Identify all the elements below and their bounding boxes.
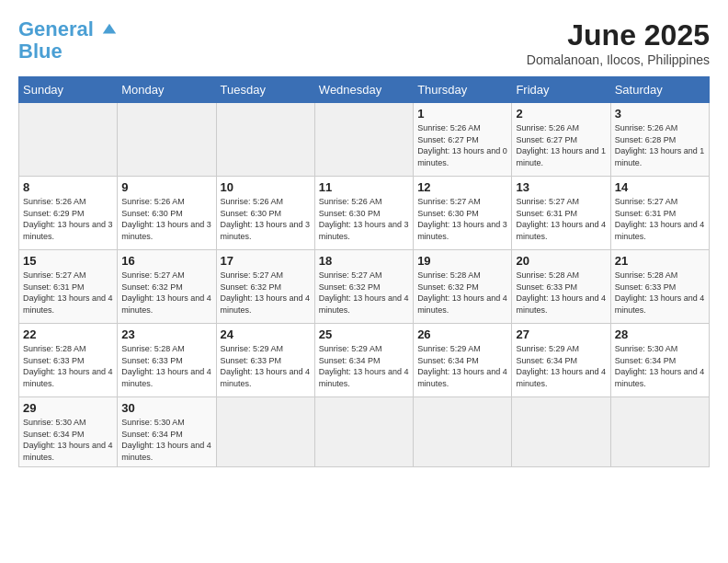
calendar-week-row: 1 Sunrise: 5:26 AM Sunset: 6:27 PM Dayli… <box>19 103 710 177</box>
month-title: June 2025 <box>527 18 710 52</box>
calendar-cell: 24 Sunrise: 5:29 AM Sunset: 6:33 PM Dayl… <box>216 324 314 397</box>
weekday-header-monday: Monday <box>118 77 216 103</box>
day-info: Sunrise: 5:26 AM Sunset: 6:27 PM Dayligh… <box>417 122 507 168</box>
calendar-cell: 15 Sunrise: 5:27 AM Sunset: 6:31 PM Dayl… <box>19 250 118 324</box>
calendar-week-row: 15 Sunrise: 5:27 AM Sunset: 6:31 PM Dayl… <box>19 250 710 324</box>
calendar-cell <box>314 397 413 467</box>
day-info: Sunrise: 5:29 AM Sunset: 6:34 PM Dayligh… <box>417 343 507 389</box>
calendar-cell: 20 Sunrise: 5:28 AM Sunset: 6:33 PM Dayl… <box>512 250 610 324</box>
calendar-cell: 21 Sunrise: 5:28 AM Sunset: 6:33 PM Dayl… <box>610 250 709 324</box>
day-number: 13 <box>516 180 606 194</box>
day-info: Sunrise: 5:27 AM Sunset: 6:32 PM Dayligh… <box>319 270 409 316</box>
calendar-cell: 11 Sunrise: 5:26 AM Sunset: 6:30 PM Dayl… <box>314 177 413 250</box>
day-info: Sunrise: 5:27 AM Sunset: 6:31 PM Dayligh… <box>615 196 705 242</box>
calendar-cell: 19 Sunrise: 5:28 AM Sunset: 6:32 PM Dayl… <box>414 250 512 324</box>
calendar-cell <box>216 397 314 467</box>
day-info: Sunrise: 5:29 AM Sunset: 6:33 PM Dayligh… <box>221 343 311 389</box>
day-number: 25 <box>319 327 409 341</box>
weekday-header-row: SundayMondayTuesdayWednesdayThursdayFrid… <box>19 77 710 103</box>
weekday-header-tuesday: Tuesday <box>216 77 314 103</box>
svg-marker-0 <box>103 24 116 34</box>
calendar-cell: 9 Sunrise: 5:26 AM Sunset: 6:30 PM Dayli… <box>118 177 216 250</box>
day-info: Sunrise: 5:28 AM Sunset: 6:33 PM Dayligh… <box>121 343 211 389</box>
day-info: Sunrise: 5:27 AM Sunset: 6:30 PM Dayligh… <box>417 196 507 242</box>
day-info: Sunrise: 5:28 AM Sunset: 6:33 PM Dayligh… <box>516 270 606 316</box>
day-number: 20 <box>516 254 606 268</box>
day-number: 11 <box>319 180 409 194</box>
calendar-week-row: 22 Sunrise: 5:28 AM Sunset: 6:33 PM Dayl… <box>19 324 710 397</box>
day-number: 15 <box>23 254 113 268</box>
calendar-cell <box>414 397 512 467</box>
title-block: June 2025 Domalanoan, Ilocos, Philippine… <box>527 18 710 67</box>
weekday-header-saturday: Saturday <box>610 77 709 103</box>
calendar-cell: 25 Sunrise: 5:29 AM Sunset: 6:34 PM Dayl… <box>314 324 413 397</box>
calendar-cell: 2 Sunrise: 5:26 AM Sunset: 6:27 PM Dayli… <box>512 103 610 177</box>
day-info: Sunrise: 5:26 AM Sunset: 6:30 PM Dayligh… <box>221 196 311 242</box>
day-info: Sunrise: 5:29 AM Sunset: 6:34 PM Dayligh… <box>516 343 606 389</box>
weekday-header-sunday: Sunday <box>19 77 118 103</box>
day-info: Sunrise: 5:26 AM Sunset: 6:29 PM Dayligh… <box>23 196 113 242</box>
calendar-cell: 13 Sunrise: 5:27 AM Sunset: 6:31 PM Dayl… <box>512 177 610 250</box>
weekday-header-thursday: Thursday <box>414 77 512 103</box>
day-info: Sunrise: 5:27 AM Sunset: 6:31 PM Dayligh… <box>516 196 606 242</box>
weekday-header-friday: Friday <box>512 77 610 103</box>
day-info: Sunrise: 5:27 AM Sunset: 6:32 PM Dayligh… <box>121 270 211 316</box>
location: Domalanoan, Ilocos, Philippines <box>527 52 710 67</box>
day-info: Sunrise: 5:30 AM Sunset: 6:34 PM Dayligh… <box>121 417 211 463</box>
day-info: Sunrise: 5:30 AM Sunset: 6:34 PM Dayligh… <box>615 343 705 389</box>
day-info: Sunrise: 5:27 AM Sunset: 6:32 PM Dayligh… <box>221 270 311 316</box>
day-number: 18 <box>319 254 409 268</box>
day-number: 24 <box>221 327 311 341</box>
logo-blue: Blue <box>18 40 118 63</box>
day-info: Sunrise: 5:27 AM Sunset: 6:31 PM Dayligh… <box>23 270 113 316</box>
day-number: 2 <box>516 107 606 121</box>
day-number: 26 <box>417 327 507 341</box>
calendar-cell: 30 Sunrise: 5:30 AM Sunset: 6:34 PM Dayl… <box>118 397 216 467</box>
day-number: 29 <box>23 401 113 415</box>
calendar-cell <box>512 397 610 467</box>
day-number: 3 <box>615 107 705 121</box>
calendar-cell: 17 Sunrise: 5:27 AM Sunset: 6:32 PM Dayl… <box>216 250 314 324</box>
calendar-cell <box>610 397 709 467</box>
calendar-cell: 22 Sunrise: 5:28 AM Sunset: 6:33 PM Dayl… <box>19 324 118 397</box>
day-info: Sunrise: 5:26 AM Sunset: 6:30 PM Dayligh… <box>319 196 409 242</box>
calendar-week-row: 29 Sunrise: 5:30 AM Sunset: 6:34 PM Dayl… <box>19 397 710 467</box>
calendar-cell: 10 Sunrise: 5:26 AM Sunset: 6:30 PM Dayl… <box>216 177 314 250</box>
day-number: 22 <box>23 327 113 341</box>
logo-text: General <box>18 18 118 40</box>
day-number: 17 <box>221 254 311 268</box>
day-number: 14 <box>615 180 705 194</box>
calendar-cell: 14 Sunrise: 5:27 AM Sunset: 6:31 PM Dayl… <box>610 177 709 250</box>
calendar-table: SundayMondayTuesdayWednesdayThursdayFrid… <box>18 76 710 467</box>
day-info: Sunrise: 5:28 AM Sunset: 6:33 PM Dayligh… <box>23 343 113 389</box>
day-info: Sunrise: 5:30 AM Sunset: 6:34 PM Dayligh… <box>23 417 113 463</box>
calendar-cell: 26 Sunrise: 5:29 AM Sunset: 6:34 PM Dayl… <box>414 324 512 397</box>
day-number: 1 <box>417 107 507 121</box>
day-info: Sunrise: 5:26 AM Sunset: 6:28 PM Dayligh… <box>615 122 705 168</box>
day-number: 19 <box>417 254 507 268</box>
day-number: 8 <box>23 180 113 194</box>
calendar-cell: 8 Sunrise: 5:26 AM Sunset: 6:29 PM Dayli… <box>19 177 118 250</box>
calendar-cell: 16 Sunrise: 5:27 AM Sunset: 6:32 PM Dayl… <box>118 250 216 324</box>
weekday-header-wednesday: Wednesday <box>314 77 413 103</box>
page-header: General Blue June 2025 Domalanoan, Iloco… <box>18 18 710 67</box>
day-number: 23 <box>121 327 211 341</box>
calendar-week-row: 8 Sunrise: 5:26 AM Sunset: 6:29 PM Dayli… <box>19 177 710 250</box>
day-number: 16 <box>121 254 211 268</box>
day-number: 28 <box>615 327 705 341</box>
day-number: 12 <box>417 180 507 194</box>
day-info: Sunrise: 5:29 AM Sunset: 6:34 PM Dayligh… <box>319 343 409 389</box>
day-number: 9 <box>121 180 211 194</box>
day-number: 27 <box>516 327 606 341</box>
day-info: Sunrise: 5:26 AM Sunset: 6:27 PM Dayligh… <box>516 122 606 168</box>
day-info: Sunrise: 5:26 AM Sunset: 6:30 PM Dayligh… <box>121 196 211 242</box>
day-number: 30 <box>121 401 211 415</box>
calendar-cell <box>118 103 216 177</box>
calendar-cell <box>216 103 314 177</box>
calendar-cell <box>314 103 413 177</box>
calendar-cell: 1 Sunrise: 5:26 AM Sunset: 6:27 PM Dayli… <box>414 103 512 177</box>
calendar-cell: 28 Sunrise: 5:30 AM Sunset: 6:34 PM Dayl… <box>610 324 709 397</box>
calendar-cell: 12 Sunrise: 5:27 AM Sunset: 6:30 PM Dayl… <box>414 177 512 250</box>
calendar-cell: 29 Sunrise: 5:30 AM Sunset: 6:34 PM Dayl… <box>19 397 118 467</box>
day-info: Sunrise: 5:28 AM Sunset: 6:32 PM Dayligh… <box>417 270 507 316</box>
